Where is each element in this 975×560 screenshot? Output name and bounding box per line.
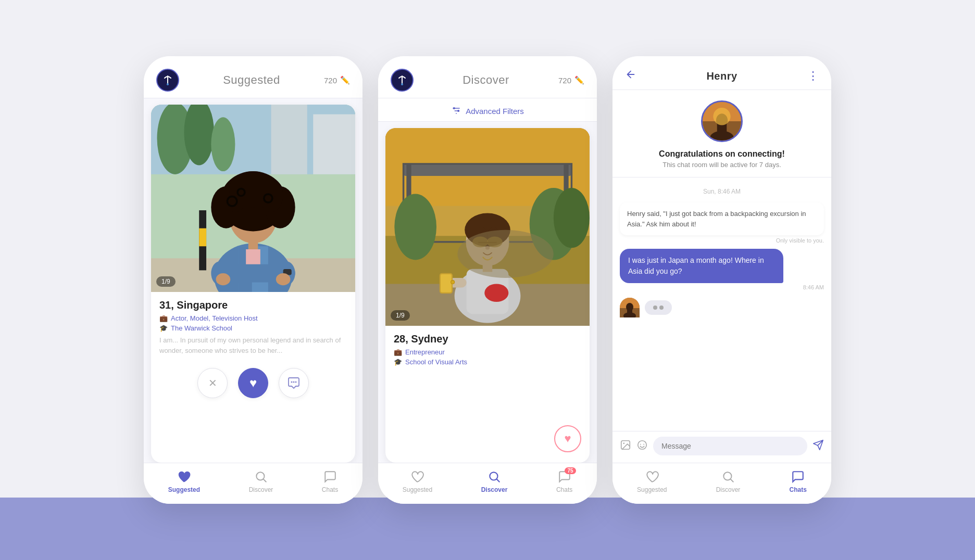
screen2-title: Discover: [463, 73, 509, 87]
screen2-content: 1/9 28, Sydney 💼 Entrepreneur: [378, 122, 597, 463]
svg-point-34: [276, 273, 291, 285]
chats-badge-2: 75: [565, 467, 576, 474]
nav-suggested-2[interactable]: Suggested: [403, 469, 432, 493]
screen3-header: Henry ⋮: [612, 56, 831, 90]
congrats-title: Congratulations on connecting!: [659, 149, 785, 159]
chat-button[interactable]: [279, 368, 309, 398]
profile-age-1: 31, Singapore: [159, 299, 347, 311]
svg-point-39: [295, 381, 297, 383]
more-options-button[interactable]: ⋮: [807, 69, 819, 83]
discover-education: 🎓 School of Visual Arts: [394, 358, 467, 366]
discover-info: 28, Sydney 💼 Entrepreneur 🎓 School of Vi…: [385, 326, 590, 373]
nav-chats-label-2: Chats: [556, 486, 572, 493]
svg-point-47: [453, 107, 455, 109]
heart-nav-icon-1: [177, 470, 191, 483]
message-input[interactable]: [653, 437, 807, 455]
discover-card: 1/9 28, Sydney 💼 Entrepreneur: [385, 128, 590, 463]
nav-chats-2[interactable]: 75 Chats: [556, 469, 572, 493]
discover-like-button[interactable]: ♥: [554, 425, 581, 452]
dot-1: [653, 306, 657, 310]
screen1-bottom-nav: Suggested Discover: [144, 463, 362, 504]
close-icon: ✕: [208, 377, 217, 389]
svg-point-43: [401, 83, 403, 85]
svg-point-94: [643, 443, 644, 444]
coin-icon-1: ✏️: [340, 75, 350, 85]
nav-suggested-label-3: Suggested: [637, 486, 667, 493]
like-button[interactable]: ♥: [238, 368, 268, 398]
nav-discover-label-1: Discover: [249, 486, 273, 493]
briefcase-icon-1: 💼: [159, 314, 168, 322]
svg-point-89: [626, 303, 633, 311]
screen1-content: 1/9 31, Singapore 💼 Actor, Model, Televi…: [144, 98, 362, 463]
graduation-icon-1: 🎓: [159, 324, 168, 332]
image-attach-button[interactable]: [620, 439, 631, 453]
typing-indicator: [620, 298, 824, 317]
chat-congrats: Congratulations on connecting! This chat…: [659, 149, 785, 169]
phone-discover: Discover 720 ✏️ Advanced Filt: [378, 56, 597, 504]
nav-discover-3[interactable]: Discover: [716, 469, 741, 493]
system-message: Henry said, "I just got back from a back…: [620, 202, 824, 244]
sent-message-time: 8:46 AM: [620, 284, 824, 290]
congrats-subtitle: This chat room will be active for 7 days…: [659, 161, 785, 169]
chat-input-bar: [612, 431, 831, 463]
coin-icon-2: ✏️: [574, 75, 584, 85]
nav-discover-2[interactable]: Discover: [481, 469, 508, 493]
nav-chats-label-3: Chats: [790, 486, 807, 493]
profile-info-1: 31, Singapore 💼 Actor, Model, Television…: [151, 292, 355, 361]
briefcase-icon-2: 💼: [394, 348, 402, 356]
svg-point-57: [554, 188, 590, 248]
search-nav-icon-1: [254, 470, 268, 483]
svg-line-78: [497, 479, 499, 482]
screen2-coins: 720 ✏️: [558, 75, 584, 85]
phone-chat: Henry ⋮: [612, 56, 831, 504]
action-buttons-1: ✕ ♥: [151, 361, 355, 403]
svg-point-48: [457, 110, 459, 112]
svg-point-91: [623, 442, 624, 444]
back-button[interactable]: [625, 69, 636, 83]
close-button[interactable]: ✕: [197, 368, 228, 398]
emoji-button[interactable]: [636, 439, 648, 453]
filter-bar[interactable]: Advanced Filters: [378, 98, 597, 122]
svg-point-65: [484, 284, 508, 302]
profile-bio-1: I am... In pursuit of my own personal le…: [159, 335, 347, 355]
nav-discover-1[interactable]: Discover: [249, 469, 273, 493]
svg-point-58: [394, 194, 436, 260]
heart-icon-2: ♥: [564, 432, 571, 446]
chat-nav-icon-3: [791, 470, 805, 483]
discover-occupation: 💼 Entrepreneur: [394, 348, 467, 356]
sent-message-container: I was just in Japan a month ago! Where i…: [620, 249, 824, 290]
filter-label: Advanced Filters: [466, 107, 524, 116]
send-button[interactable]: [813, 439, 824, 453]
nav-discover-label-2: Discover: [481, 486, 508, 493]
nav-chats-label-1: Chats: [322, 486, 338, 493]
svg-point-33: [216, 273, 231, 285]
svg-rect-52: [404, 164, 572, 176]
svg-point-92: [638, 440, 647, 449]
chat-nav-icon-1: [323, 470, 337, 483]
nav-suggested-3[interactable]: Suggested: [637, 469, 667, 493]
svg-line-41: [264, 479, 266, 482]
henry-avatar: [701, 100, 743, 142]
svg-point-1: [167, 83, 169, 85]
svg-rect-5: [313, 114, 355, 174]
nav-chats-3[interactable]: Chats: [790, 469, 807, 493]
message-timestamp: Sun, 8:46 AM: [620, 188, 824, 195]
profile-occupation-1: 💼 Actor, Model, Television Host: [159, 314, 347, 322]
search-nav-icon-2: [488, 470, 501, 483]
heart-nav-icon-2: [410, 470, 424, 483]
typing-dots: [645, 300, 672, 315]
screen3-title: Henry: [706, 70, 737, 82]
svg-point-84: [713, 108, 730, 125]
svg-point-93: [640, 443, 641, 444]
nav-suggested-1[interactable]: Suggested: [168, 469, 200, 493]
photo-counter-1: 1/9: [156, 276, 176, 287]
profile-image-1: 1/9: [151, 105, 355, 292]
screen1-title: Suggested: [223, 73, 280, 87]
heart-nav-icon-3: [645, 470, 659, 483]
discover-profile-image: 1/9: [385, 128, 590, 326]
screen1-header: Suggested 720 ✏️: [144, 56, 362, 98]
screen2-header: Discover 720 ✏️: [378, 56, 597, 98]
svg-point-38: [293, 381, 295, 383]
chat-messages: Sun, 8:46 AM Henry said, "I just got bac…: [612, 177, 831, 431]
nav-chats-1[interactable]: Chats: [322, 469, 338, 493]
